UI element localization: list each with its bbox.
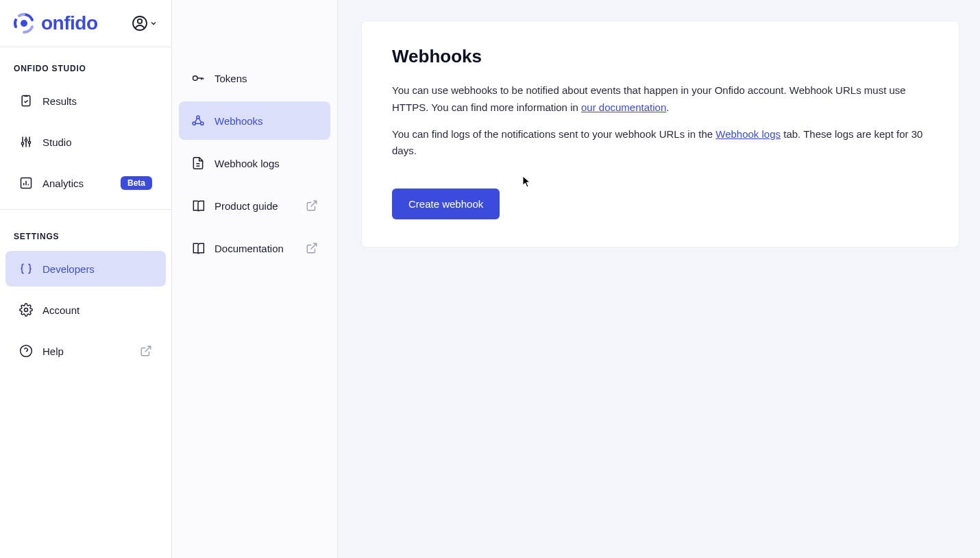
external-link-icon — [140, 345, 152, 357]
sub-item-label: Documentation — [215, 243, 284, 254]
sub-item-documentation[interactable]: Documentation — [179, 229, 330, 267]
intro-paragraph-2: You can find logs of the notifications s… — [392, 126, 929, 160]
create-webhook-button[interactable]: Create webhook — [392, 189, 500, 219]
brand-name: onfido — [41, 12, 98, 34]
clipboard-check-icon — [19, 94, 33, 108]
sidebar-item-analytics[interactable]: Analytics Beta — [5, 165, 166, 201]
sidebar-item-label: Developers — [42, 263, 95, 275]
sidebar-item-developers[interactable]: Developers — [5, 251, 166, 287]
user-circle-icon — [132, 15, 148, 32]
primary-sidebar: onfido ONFIDO STUDIO Results Studio Anal… — [0, 0, 172, 558]
main-content: Webhooks You can use webhooks to be noti… — [338, 0, 980, 558]
sidebar-item-label: Account — [42, 304, 79, 316]
sidebar-item-studio[interactable]: Studio — [5, 124, 166, 160]
sidebar-item-account[interactable]: Account — [5, 292, 166, 328]
account-menu-button[interactable] — [132, 15, 158, 32]
page-title: Webhooks — [392, 46, 929, 67]
svg-point-5 — [25, 139, 27, 141]
svg-point-0 — [21, 20, 27, 27]
section-header-settings: SETTINGS — [0, 215, 171, 248]
svg-point-11 — [197, 116, 199, 119]
file-text-icon — [191, 156, 205, 170]
svg-point-12 — [193, 122, 195, 125]
section-header-studio: ONFIDO STUDIO — [0, 47, 171, 80]
external-link-icon — [306, 242, 318, 254]
intro-paragraph-1: You can use webhooks to be notified abou… — [392, 82, 929, 117]
svg-point-9 — [21, 345, 32, 357]
book-icon — [191, 199, 205, 213]
external-link-icon — [306, 199, 318, 212]
book-icon — [191, 241, 205, 255]
beta-badge: Beta — [121, 176, 152, 190]
sidebar-item-label: Analytics — [42, 178, 84, 189]
divider — [0, 209, 171, 210]
webhooks-card: Webhooks You can use webhooks to be noti… — [361, 21, 959, 247]
chevron-down-icon — [149, 19, 158, 27]
svg-point-2 — [138, 19, 142, 23]
sub-item-label: Webhook logs — [215, 158, 280, 169]
secondary-sidebar: Tokens Webhooks Webhook logs Product gui… — [172, 0, 338, 558]
key-icon — [191, 71, 205, 85]
svg-rect-3 — [22, 96, 30, 106]
brand-logo[interactable]: onfido — [14, 12, 98, 34]
sub-item-label: Webhooks — [215, 115, 263, 127]
gear-icon — [19, 303, 33, 317]
webhook-icon — [191, 114, 205, 128]
sidebar-item-results[interactable]: Results — [5, 83, 166, 119]
svg-point-8 — [25, 308, 28, 312]
sub-item-tokens[interactable]: Tokens — [179, 59, 330, 97]
svg-point-6 — [28, 141, 30, 143]
header-row: onfido — [0, 0, 171, 47]
sliders-icon — [19, 135, 33, 149]
onfido-logo-icon — [14, 13, 34, 34]
sidebar-item-help[interactable]: Help — [5, 333, 166, 369]
sidebar-item-label: Results — [42, 95, 77, 107]
braces-icon — [19, 262, 33, 276]
svg-point-13 — [201, 122, 204, 125]
bar-chart-icon — [19, 176, 33, 190]
svg-point-10 — [193, 76, 198, 81]
sub-item-label: Tokens — [215, 73, 247, 84]
sub-item-product-guide[interactable]: Product guide — [179, 186, 330, 225]
sidebar-item-label: Studio — [42, 136, 72, 148]
sidebar-item-label: Help — [42, 345, 64, 357]
documentation-link[interactable]: our documentation — [581, 101, 666, 113]
sub-item-webhook-logs[interactable]: Webhook logs — [179, 144, 330, 182]
sub-item-webhooks[interactable]: Webhooks — [179, 101, 330, 140]
help-circle-icon — [19, 344, 33, 358]
webhook-logs-link[interactable]: Webhook logs — [715, 128, 781, 140]
svg-point-4 — [21, 143, 23, 145]
sub-item-label: Product guide — [215, 200, 278, 212]
